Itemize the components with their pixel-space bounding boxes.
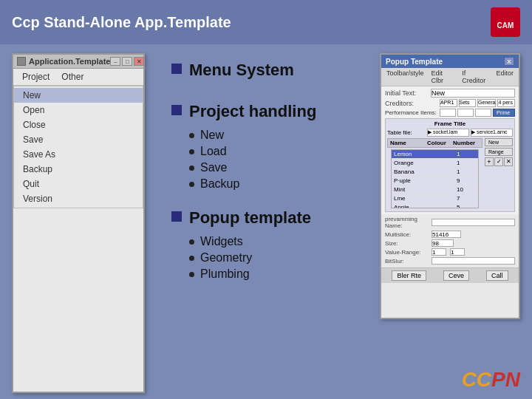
menu-system-content: Menu System — [189, 61, 294, 86]
popup-footer-btn-call[interactable]: Call — [486, 270, 508, 281]
popup-initial-row: Initial Text: — [385, 89, 515, 98]
list-item: Backup — [189, 176, 316, 192]
popup-titlebar: Popup Template X — [381, 55, 519, 68]
popup-perf-prime[interactable]: Prime — [493, 109, 515, 117]
popup-menu-if[interactable]: If Creditor — [459, 69, 491, 85]
popup-frame: Frame Title Table file: ▶ socket.lam ▶ s… — [385, 118, 515, 212]
list-item: Save — [189, 160, 316, 176]
popup-template-section: Popup template Widgets Geometry Plumbing — [171, 208, 353, 282]
popup-multislice-input[interactable]: 51416 — [432, 231, 461, 238]
dropdown-item-save-as[interactable]: Save As — [14, 147, 143, 162]
popup-initial-input[interactable] — [431, 89, 515, 98]
menu-bar: Project Other — [13, 69, 143, 86]
popup-cred-field-2[interactable]: Sets — [459, 99, 477, 107]
popup-menu-edit[interactable]: Edit Clbr — [429, 69, 458, 85]
popup-window-title: Popup Template — [386, 58, 443, 66]
popup-cred-field-4[interactable]: 4 pers — [497, 99, 515, 107]
popup-prevname-label: prevamming Name: — [385, 216, 429, 229]
popup-footer-btn-bler[interactable]: Bler Rte — [392, 270, 426, 281]
popup-menu-editor[interactable]: Editor — [493, 69, 516, 85]
dropdown-item-quit[interactable]: Quit — [14, 177, 143, 191]
project-item-save: Save — [200, 161, 227, 174]
menu-system-heading: Menu System — [189, 61, 294, 80]
sub-bullet-dot — [189, 182, 194, 187]
sub-bullet-dot — [189, 133, 194, 138]
dropdown-item-new[interactable]: New — [14, 88, 143, 103]
popup-item-geometry: Geometry — [200, 251, 252, 265]
app-icon — [17, 57, 26, 66]
popup-creditors-label: Creditors: — [385, 100, 437, 107]
popup-template-heading: Popup template — [189, 208, 311, 228]
project-handling-heading: Project handling — [189, 102, 316, 121]
sub-bullet-dot — [189, 149, 194, 154]
popup-close-button[interactable]: X — [504, 57, 514, 66]
popup-service-field[interactable]: ▶ service1.arnc — [471, 129, 513, 137]
page-title: Ccp Stand-Alone App.Template — [12, 14, 231, 31]
close-button[interactable]: ✕ — [134, 57, 144, 66]
popup-check-button[interactable]: ✓ — [494, 157, 503, 166]
table-row[interactable]: Mint10 — [392, 185, 478, 194]
popup-cred-field-1[interactable]: APR1 — [440, 99, 457, 107]
popup-lower-section: prevamming Name: Multislice: 51416 Size:… — [381, 214, 519, 267]
popup-prevname-input[interactable] — [432, 219, 515, 226]
popup-range-button[interactable]: Range — [485, 148, 513, 156]
popup-table-body: Lemon1 Orange1 Banana1 P·uple9 Mint10 Lm… — [391, 149, 479, 208]
popup-col-color: Colour — [425, 139, 451, 147]
list-item: Geometry — [189, 250, 311, 266]
project-item-new: New — [200, 129, 224, 142]
bullet-square-popup — [171, 211, 182, 222]
popup-perf-int[interactable] — [457, 109, 474, 117]
popup-frame-title: Frame Title — [387, 120, 513, 127]
popup-table-header: Name Colour Number — [387, 138, 482, 148]
popup-size-input[interactable]: 98 — [432, 239, 454, 247]
table-row[interactable]: Lme7 — [392, 194, 478, 203]
popup-col-name: Name — [388, 139, 425, 147]
menu-item-other[interactable]: Other — [55, 70, 89, 83]
bullet-square-project — [171, 105, 182, 115]
cambridge-logo: CAM — [491, 7, 520, 37]
popup-socket-field[interactable]: ▶ socket.lam — [427, 129, 469, 137]
dropdown-item-save[interactable]: Save — [14, 132, 143, 147]
popup-valuerange-input2[interactable]: 1 — [450, 248, 465, 256]
popup-creditors-row: Creditors: APR1 Sets Genera 4 pers — [385, 99, 515, 107]
popup-plus-button[interactable]: + — [485, 157, 494, 166]
menu-item-project[interactable]: Project — [16, 70, 55, 83]
sub-bullet-dot — [189, 239, 194, 245]
dropdown-item-close[interactable]: Close — [14, 117, 143, 132]
dropdown-item-open[interactable]: Open — [14, 103, 143, 117]
table-row[interactable]: Apple5 — [392, 203, 478, 208]
svg-text:CAM: CAM — [497, 21, 514, 30]
popup-footer-btn-ceve[interactable]: Ceve — [443, 270, 469, 281]
table-row[interactable]: Lemon1 — [392, 150, 478, 159]
ccpn-cc: CC — [462, 368, 491, 391]
table-row[interactable]: Banana1 — [392, 168, 478, 177]
list-item: Widgets — [189, 233, 311, 250]
app-window-title-text: Application.Template — [29, 57, 110, 66]
popup-action-buttons: + ✓ ✕ — [485, 157, 513, 166]
popup-perf-float[interactable] — [475, 109, 491, 117]
popup-file-label: Table file: — [387, 129, 424, 136]
popup-menu-toolbar[interactable]: Toolbar/style — [383, 69, 427, 85]
popup-bitslor-label: BitSlur: — [385, 258, 429, 265]
popup-perf-val[interactable] — [440, 109, 456, 117]
popup-cred-field-3[interactable]: Genera — [477, 99, 496, 107]
table-row[interactable]: Orange1 — [392, 159, 478, 168]
popup-sub-list: Widgets Geometry Plumbing — [189, 233, 311, 282]
popup-table-container: Name Colour Number Lemon1 Orange1 Banana… — [387, 138, 513, 210]
ccpn-pn: PN — [491, 368, 520, 391]
minimize-button[interactable]: – — [110, 57, 120, 66]
popup-valuerange-input1[interactable]: 1 — [432, 248, 446, 256]
table-row[interactable]: P·uple9 — [392, 177, 478, 185]
popup-item-plumbing: Plumbing — [200, 267, 250, 281]
popup-new-button[interactable]: New — [485, 138, 513, 146]
app-window-titlebar: Application.Template – □ ✕ — [13, 55, 143, 69]
dropdown-item-backup[interactable]: Backup — [14, 162, 143, 177]
popup-x-button[interactable]: ✕ — [504, 157, 513, 166]
dropdown-item-version[interactable]: Version — [14, 191, 143, 206]
maximize-button[interactable]: □ — [122, 57, 132, 66]
content-panel: Menu System Project handling New Load — [157, 53, 368, 393]
project-item-backup: Backup — [200, 177, 239, 191]
popup-item-widgets: Widgets — [200, 235, 243, 248]
popup-bitslor-input[interactable] — [432, 257, 515, 265]
project-sub-list: New Load Save Backup — [189, 127, 316, 192]
